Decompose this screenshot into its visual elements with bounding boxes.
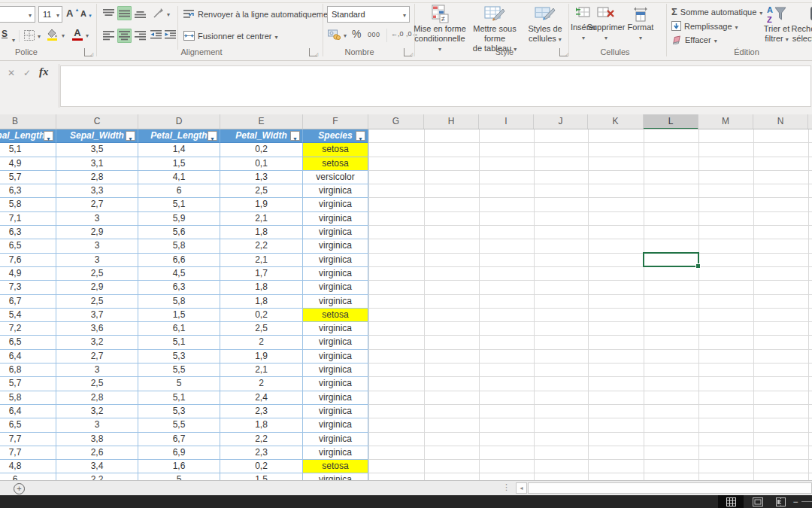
column-header-H[interactable]: H — [424, 114, 479, 129]
species-cell[interactable]: virginica — [303, 254, 368, 267]
data-cell[interactable]: 2,5 — [56, 377, 138, 391]
species-cell[interactable]: setosa — [303, 309, 368, 322]
delete-cells-button[interactable]: Supprimer — [588, 6, 624, 43]
column-header-B[interactable]: B — [0, 114, 56, 129]
data-cell[interactable]: 1,9 — [220, 198, 303, 211]
data-cell[interactable]: 2,8 — [56, 171, 138, 184]
data-cell[interactable]: 5,7 — [0, 171, 56, 184]
species-cell[interactable]: virginica — [303, 364, 368, 377]
page-break-view-button[interactable] — [771, 495, 790, 508]
format-cells-button[interactable]: Format — [626, 6, 656, 43]
sheet-grid[interactable]: Sepal_LengthSepal_WidthPetal_LengthPetal… — [0, 129, 812, 480]
filter-icon[interactable] — [208, 131, 217, 141]
selected-cell[interactable] — [643, 252, 699, 267]
data-cell[interactable]: 3 — [56, 212, 138, 226]
data-cell[interactable]: 0,2 — [220, 460, 303, 473]
alignment-dialog-launcher[interactable] — [309, 48, 317, 56]
species-cell[interactable]: virginica — [303, 239, 368, 253]
species-cell[interactable]: virginica — [303, 267, 368, 281]
align-left-button[interactable] — [102, 29, 116, 43]
data-cell[interactable]: 2 — [220, 377, 303, 391]
data-cell[interactable]: 0,1 — [220, 157, 303, 171]
filter-icon[interactable] — [126, 131, 135, 141]
data-cell[interactable]: 5 — [138, 377, 220, 391]
conditional-formatting-button[interactable]: ≠ Mise en forme conditionnelle — [413, 5, 467, 54]
wrap-text-button[interactable]: Renvoyer à la ligne automatiquement — [183, 9, 335, 19]
data-cell[interactable]: 2,7 — [56, 198, 138, 211]
data-cell[interactable]: 7,7 — [0, 446, 56, 460]
species-cell[interactable]: virginica — [303, 391, 368, 405]
table-header-cell-Petal_Length[interactable]: Petal_Length — [138, 129, 220, 143]
clear-button[interactable]: Effacer — [671, 35, 717, 44]
merge-center-button[interactable]: Fusionner et centrer — [183, 31, 277, 41]
data-cell[interactable]: 1,5 — [220, 473, 303, 480]
table-header-cell-Petal_Width[interactable]: Petal_Width — [220, 129, 303, 143]
species-cell[interactable]: virginica — [303, 226, 368, 239]
species-cell[interactable]: virginica — [303, 198, 368, 211]
page-layout-view-button[interactable] — [748, 495, 768, 508]
data-cell[interactable]: 5,8 — [0, 391, 56, 405]
species-cell[interactable]: virginica — [303, 418, 368, 432]
cancel-icon[interactable]: ✕ — [5, 66, 18, 80]
accounting-format-button[interactable] — [328, 29, 347, 40]
data-cell[interactable]: 3,7 — [56, 309, 138, 322]
data-cell[interactable]: 6,1 — [138, 322, 220, 336]
fill-handle[interactable] — [695, 263, 701, 269]
column-header-K[interactable]: K — [588, 114, 644, 129]
increase-decimal-button[interactable]: ←,0 — [391, 30, 404, 38]
data-cell[interactable]: 6,3 — [0, 226, 56, 239]
normal-view-button[interactable] — [718, 495, 744, 508]
species-cell[interactable]: virginica — [303, 281, 368, 294]
data-cell[interactable]: 3 — [56, 418, 138, 432]
column-header-L[interactable]: L — [644, 114, 698, 129]
align-middle-button[interactable] — [117, 6, 132, 20]
data-cell[interactable]: 2,9 — [56, 281, 138, 294]
zoom-out-icon[interactable]: − — [791, 495, 800, 508]
data-cell[interactable]: 5,3 — [138, 350, 220, 364]
species-cell[interactable]: setosa — [303, 157, 368, 171]
data-cell[interactable]: 2,9 — [56, 226, 138, 239]
data-cell[interactable]: 1,8 — [220, 226, 303, 239]
data-cell[interactable]: 6,8 — [0, 364, 56, 377]
data-cell[interactable]: 2,5 — [220, 322, 303, 336]
data-cell[interactable]: 6,6 — [138, 254, 220, 267]
column-header-E[interactable]: E — [220, 114, 303, 129]
orientation-button[interactable] — [153, 8, 170, 19]
data-cell[interactable]: 2,2 — [56, 473, 138, 480]
fill-button[interactable]: Remplissage — [671, 21, 738, 31]
data-cell[interactable]: 3 — [56, 364, 138, 377]
column-header-M[interactable]: M — [698, 114, 753, 129]
table-header-cell-Sepal_Length[interactable]: Sepal_Length — [0, 129, 56, 143]
column-header-J[interactable]: J — [534, 114, 588, 129]
data-cell[interactable]: 5,1 — [138, 198, 220, 211]
data-cell[interactable]: 2,1 — [220, 364, 303, 377]
comma-style-button[interactable]: 000 — [368, 31, 380, 38]
table-header-cell-Species[interactable]: Species — [303, 129, 368, 143]
species-cell[interactable]: virginica — [303, 336, 368, 349]
cell-styles-button[interactable]: Styles de cellules — [522, 5, 568, 44]
data-cell[interactable]: 4,9 — [0, 157, 56, 171]
data-cell[interactable]: 4,1 — [138, 171, 220, 184]
species-cell[interactable]: virginica — [303, 473, 368, 480]
data-cell[interactable]: 3,2 — [56, 336, 138, 349]
filter-icon[interactable] — [356, 131, 365, 141]
species-cell[interactable]: setosa — [303, 143, 368, 157]
enter-icon[interactable]: ✓ — [20, 66, 34, 80]
data-cell[interactable]: 5,6 — [138, 226, 220, 239]
data-cell[interactable]: 2,7 — [56, 350, 138, 364]
align-center-button[interactable] — [117, 29, 132, 43]
data-cell[interactable]: 5,8 — [138, 239, 220, 253]
data-cell[interactable]: 5,5 — [138, 364, 220, 377]
data-cell[interactable]: 5,8 — [138, 295, 220, 309]
number-format-combo[interactable]: Standard — [327, 6, 410, 23]
data-cell[interactable]: 1,6 — [138, 460, 220, 473]
data-cell[interactable]: 6,4 — [0, 405, 56, 418]
species-cell[interactable]: virginica — [303, 350, 368, 364]
style-dialog-launcher[interactable] — [559, 48, 568, 56]
data-cell[interactable]: 6,4 — [0, 350, 56, 364]
data-cell[interactable]: 5,5 — [138, 418, 220, 432]
data-cell[interactable]: 6,5 — [0, 239, 56, 253]
data-cell[interactable]: 2 — [220, 336, 303, 349]
zoom-slider[interactable] — [801, 501, 812, 502]
data-cell[interactable]: 5,7 — [0, 377, 56, 391]
